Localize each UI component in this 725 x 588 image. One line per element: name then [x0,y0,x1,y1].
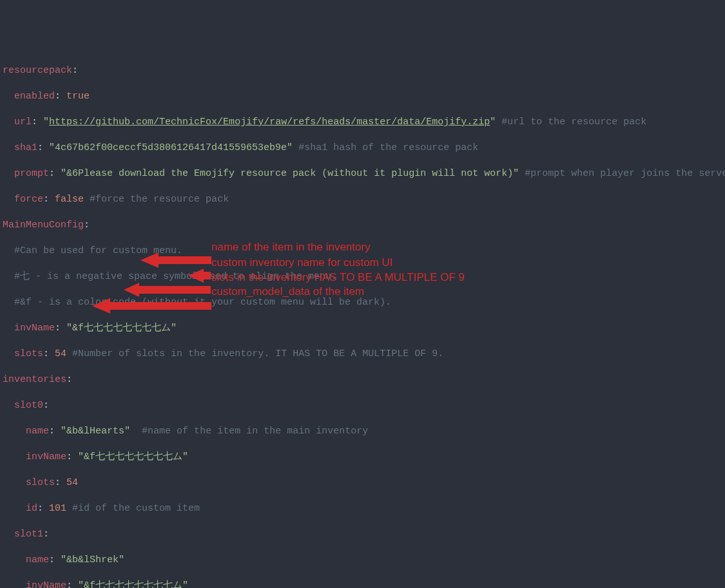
code-line: slots: 54 #Number of slots in the invent… [0,348,725,361]
yaml-number: 54 [66,477,78,488]
yaml-number: 101 [49,503,66,514]
yaml-comment: #Number of slots in the inventory. IT HA… [72,348,443,359]
yaml-key: url [14,117,32,128]
code-line: name: "&b&lHearts" #name of the item in … [0,425,725,438]
yaml-key: MainMenuConfig [3,220,84,231]
code-line: force: false #force the resource pack [0,193,725,206]
yaml-comment: #force the resource pack [90,194,229,205]
yaml-bool: true [66,91,90,102]
annotation-text: name of the item in the inventory [211,241,371,254]
svg-marker-3 [92,298,211,314]
yaml-key: invName [26,580,66,588]
yaml-string: "&b&lShrek" [61,555,124,565]
code-line: enabled: true [0,90,725,103]
yaml-key: invName [26,451,66,462]
yaml-url: https://github.com/TechnicFox/Emojify/ra… [49,117,490,128]
annotation-arrow-icon [92,285,211,327]
code-line: invName: "&f七七七七七七七七ム" [0,451,725,464]
code-line: inventories: [0,374,725,386]
code-line: url: "https://github.com/TechnicFox/Emoj… [0,116,725,129]
yaml-comment: #prompt when player joins the server [525,168,725,179]
yaml-comment: #url to the resource pack [501,117,646,128]
code-line: prompt: "&6Please download the Emojify r… [0,167,725,180]
yaml-string: " [490,117,496,128]
yaml-string: "&6Please download the Emojify resource … [61,168,519,179]
yaml-key: name [26,426,49,437]
yaml-comment: #sha1 hash of the resource pack [298,142,478,153]
yaml-string: "4c67b62f00ceccf5d3806126417d41559653eb9… [49,142,293,153]
yaml-key: invName [14,323,55,334]
yaml-string: "&b&lHearts" [61,426,130,437]
yaml-key: sha1 [14,142,37,153]
yaml-key: inventories [3,374,66,385]
yaml-key: name [26,555,49,565]
yaml-key: id [26,503,37,514]
yaml-number: 54 [55,348,66,359]
code-line: resourcepack: [0,64,725,77]
code-line: name: "&b&lShrek" [0,554,725,567]
yaml-key: resourcepack [3,65,72,76]
code-line: invName: "&f七七七七七七七七ム" [0,580,725,588]
yaml-string: "&f七七七七七七七七ム" [78,580,188,588]
annotation-text: custom_model_data of the item [211,285,364,298]
yaml-comment: #id of the custom item [72,503,200,514]
yaml-key: slots [14,348,43,359]
yaml-key: force [14,194,43,205]
yaml-comment: #name of the item in the main inventory [136,426,368,437]
code-line: sha1: "4c67b62f00ceccf5d3806126417d41559… [0,142,725,155]
code-line: MainMenuConfig: [0,219,725,232]
yaml-key: prompt [14,168,49,179]
yaml-string: " [43,117,49,128]
yaml-key: slot0 [14,400,43,411]
yaml-string: "&f七七七七七七七七ム" [78,451,188,462]
yaml-key: slot1 [14,529,43,540]
code-line: slots: 54 [0,477,725,489]
annotation-text: custom inventory name for custom UI [211,256,393,269]
yaml-key: enabled [14,91,55,102]
annotation-text: slots in the inventory HAS TO BE A MULTI… [211,271,465,284]
code-line: id: 101 #id of the custom item [0,502,725,515]
yaml-bool: false [55,194,84,205]
yaml-key: slots [26,477,55,488]
code-line: slot0: [0,399,725,412]
code-line: slot1: [0,528,725,541]
